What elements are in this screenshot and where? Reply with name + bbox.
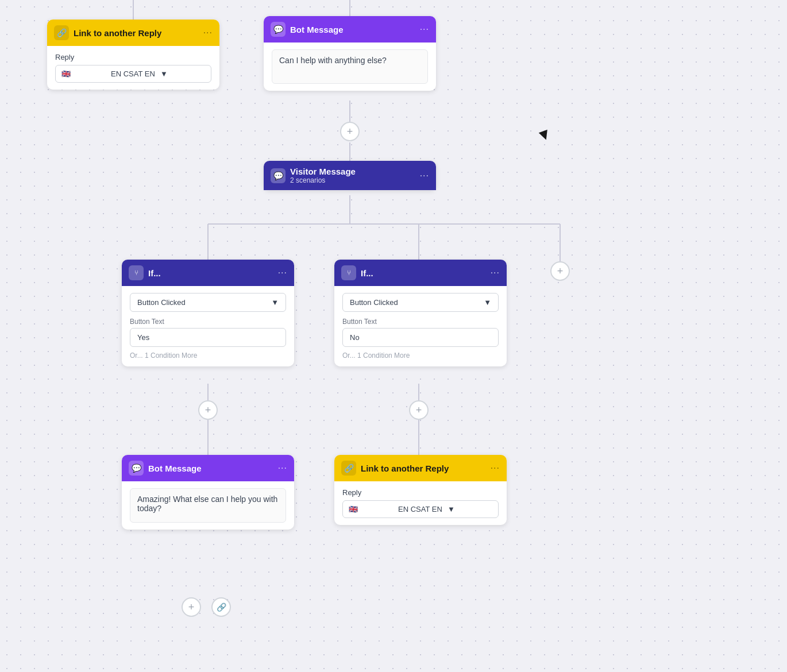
link-reply-top-header: 🔗 Link to another Reply ··· [47,20,219,46]
if-left-condition-more: Or... 1 Condition More [130,352,286,360]
link-reply-bottom-menu[interactable]: ··· [491,463,500,473]
link-reply-top-body: Reply 🇬🇧 EN CSAT EN ▼ [47,46,219,90]
if-right-body: Button Clicked ▼ Button Text No Or... 1 … [334,286,507,366]
if-right-field-value: No [342,328,499,347]
plus-btn-branch-right[interactable]: + [550,261,570,281]
visitor-message-node: 💬 Visitor Message 2 scenarios ··· [264,161,436,190]
if-left-field-value: Yes [130,328,286,347]
bot-message-bottom-header: 💬 Bot Message ··· [122,455,294,481]
if-left-or-label: Or... [130,352,145,360]
visitor-message-subtitle: 2 scenarios [290,176,415,184]
link-reply-top-node: 🔗 Link to another Reply ··· Reply 🇬🇧 EN … [47,20,219,90]
if-left-dropdown[interactable]: Button Clicked ▼ [130,293,286,312]
if-left-menu[interactable]: ··· [278,268,287,278]
bot-message-top-title: Bot Message [290,25,415,34]
visitor-message-icon: 💬 [271,168,286,183]
bot-message-top-header: 💬 Bot Message ··· [264,16,436,43]
if-left-body: Button Clicked ▼ Button Text Yes Or... 1… [122,286,294,366]
link-btn-bottom[interactable]: 🔗 [211,597,231,617]
reply-select-top-value: EN CSAT EN [111,69,156,78]
reply-label-bottom: Reply [342,488,499,497]
reply-label-top: Reply [55,53,211,61]
if-left-dropdown-arrow: ▼ [271,298,279,307]
link-icon-bottom: 🔗 [341,461,356,476]
link-icon-bottom-bar: 🔗 [217,603,226,612]
if-right-node: ⑂ If... ··· Button Clicked ▼ Button Text… [334,260,507,366]
link-reply-top-title: Link to another Reply [74,28,199,38]
link-reply-top-menu[interactable]: ··· [203,28,213,38]
if-left-icon: ⑂ [129,265,144,280]
bot-message-bottom-icon: 💬 [129,461,144,476]
if-right-field-label: Button Text [342,318,499,326]
flag-bottom: 🇬🇧 [349,505,393,513]
link-reply-bottom-node: 🔗 Link to another Reply ··· Reply 🇬🇧 EN … [334,455,507,525]
bot-message-top-text: Can I help with anything else? [272,49,428,84]
visitor-message-header: 💬 Visitor Message 2 scenarios ··· [264,161,436,190]
bot-message-bottom-menu[interactable]: ··· [278,463,287,473]
if-left-field-label: Button Text [130,318,286,326]
if-right-title: If... [361,268,486,278]
if-right-dropdown[interactable]: Button Clicked ▼ [342,293,499,312]
if-left-dropdown-value: Button Clicked [137,298,186,307]
plus-btn-right[interactable]: + [409,400,429,420]
bot-message-top-body: Can I help with anything else? [264,43,436,91]
bot-message-top-node: 💬 Bot Message ··· Can I help with anythi… [264,16,436,91]
if-right-dropdown-value: Button Clicked [350,298,398,307]
if-right-or-label: Or... [342,352,357,360]
bot-message-top-icon: 💬 [271,22,286,37]
visitor-message-menu[interactable]: ··· [420,171,429,181]
if-right-condition-count: 1 Condition More [357,352,410,360]
plus-btn-1[interactable]: + [340,122,360,141]
select-arrow-bottom: ▼ [447,505,492,513]
plus-btn-left[interactable]: + [198,400,218,420]
flag-top: 🇬🇧 [61,69,106,78]
reply-select-bottom-value: EN CSAT EN [398,505,443,513]
link-reply-bottom-title: Link to another Reply [361,464,486,473]
if-left-node: ⑂ If... ··· Button Clicked ▼ Button Text… [122,260,294,366]
bot-message-bottom-title: Bot Message [148,464,273,473]
if-right-dropdown-arrow: ▼ [484,298,491,307]
if-left-title: If... [148,268,273,278]
if-left-header: ⑂ If... ··· [122,260,294,286]
link-reply-bottom-body: Reply 🇬🇧 EN CSAT EN ▼ [334,481,507,525]
if-right-icon: ⑂ [341,265,356,280]
bot-message-bottom-body: Amazing! What else can I help you with t… [122,481,294,530]
link-icon-top: 🔗 [54,25,69,40]
reply-select-top[interactable]: 🇬🇧 EN CSAT EN ▼ [55,65,211,83]
reply-select-bottom[interactable]: 🇬🇧 EN CSAT EN ▼ [342,500,499,518]
bot-message-bottom-text: Amazing! What else can I help you with t… [130,488,286,523]
cursor [539,130,551,142]
plus-btn-bottom[interactable]: + [182,597,201,617]
visitor-message-title: Visitor Message [290,167,415,176]
if-left-condition-count: 1 Condition More [145,352,197,360]
if-right-header: ⑂ If... ··· [334,260,507,286]
if-right-menu[interactable]: ··· [491,268,500,278]
bot-message-top-menu[interactable]: ··· [420,24,429,34]
bot-message-bottom-node: 💬 Bot Message ··· Amazing! What else can… [122,455,294,530]
select-arrow-top: ▼ [160,69,205,78]
if-right-condition-more: Or... 1 Condition More [342,352,499,360]
link-reply-bottom-header: 🔗 Link to another Reply ··· [334,455,507,481]
